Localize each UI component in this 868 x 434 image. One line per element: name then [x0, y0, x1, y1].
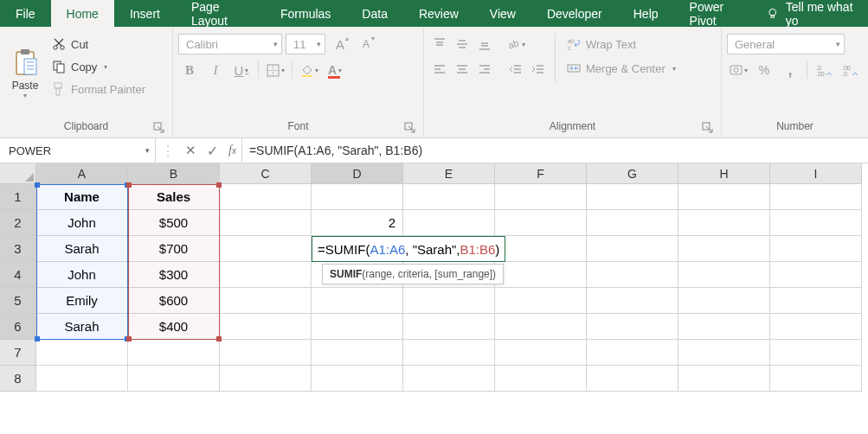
- cell[interactable]: [312, 340, 403, 366]
- cell[interactable]: [312, 184, 403, 210]
- col-header-a[interactable]: A: [36, 163, 128, 184]
- cell[interactable]: [220, 262, 312, 288]
- cell[interactable]: [770, 236, 862, 262]
- bold-button[interactable]: B: [178, 60, 201, 80]
- cell[interactable]: [770, 210, 862, 236]
- cell[interactable]: [770, 262, 862, 288]
- cell[interactable]: [220, 314, 312, 340]
- row-header-3[interactable]: 3: [0, 236, 36, 262]
- cell[interactable]: [587, 288, 678, 314]
- active-cell-editor[interactable]: =SUMIF(A1:A6, "Sarah", B1:B6): [312, 236, 505, 262]
- percent-button[interactable]: %: [753, 60, 775, 80]
- number-format-dropdown[interactable]: General▾: [727, 34, 845, 54]
- cancel-formula-button[interactable]: ✕: [185, 143, 196, 158]
- tab-insert[interactable]: Insert: [114, 0, 176, 27]
- cell[interactable]: [495, 262, 587, 288]
- cell[interactable]: $300: [128, 262, 220, 288]
- italic-button[interactable]: I: [204, 60, 227, 80]
- row-header-2[interactable]: 2: [0, 210, 36, 236]
- merge-center-button[interactable]: Merge & Center ▾: [567, 58, 681, 79]
- cell[interactable]: [312, 366, 403, 392]
- cell[interactable]: [220, 288, 312, 314]
- cell[interactable]: [678, 288, 770, 314]
- tab-data[interactable]: Data: [346, 0, 403, 27]
- cell[interactable]: [495, 366, 587, 392]
- font-name-dropdown[interactable]: Calibri▾: [178, 34, 282, 54]
- tell-me-search[interactable]: Tell me what yo: [760, 0, 868, 27]
- select-all-corner[interactable]: [0, 163, 36, 184]
- cell[interactable]: [587, 210, 678, 236]
- cell[interactable]: [220, 184, 312, 210]
- dialog-launcher-icon[interactable]: [153, 122, 165, 134]
- row-header-5[interactable]: 5: [0, 288, 36, 314]
- underline-button[interactable]: U▾: [230, 60, 253, 80]
- col-header-c[interactable]: C: [220, 163, 312, 184]
- cell[interactable]: [587, 184, 678, 210]
- col-header-i[interactable]: I: [770, 163, 862, 184]
- cell[interactable]: [220, 340, 312, 366]
- cell[interactable]: Sarah: [36, 236, 128, 262]
- cell[interactable]: 2: [312, 210, 403, 236]
- cell[interactable]: [128, 340, 220, 366]
- tab-page-layout[interactable]: Page Layout: [176, 0, 265, 27]
- cell[interactable]: $600: [128, 288, 220, 314]
- col-header-b[interactable]: B: [128, 163, 220, 184]
- cell[interactable]: [678, 340, 770, 366]
- cell[interactable]: Name: [36, 184, 128, 210]
- align-center-button[interactable]: [452, 60, 473, 80]
- accounting-format-button[interactable]: ▾: [727, 60, 749, 80]
- cell[interactable]: [770, 184, 862, 210]
- align-left-button[interactable]: [429, 60, 450, 80]
- row-header-1[interactable]: 1: [0, 184, 36, 210]
- row-header-7[interactable]: 7: [0, 340, 36, 366]
- col-header-g[interactable]: G: [587, 163, 678, 184]
- grow-font-button[interactable]: A▴: [329, 34, 351, 54]
- cell[interactable]: [770, 340, 862, 366]
- cell[interactable]: [495, 184, 587, 210]
- cell[interactable]: [587, 262, 678, 288]
- fill-color-button[interactable]: ▾: [298, 60, 320, 80]
- tab-power-pivot[interactable]: Power Pivot: [674, 0, 761, 27]
- cell[interactable]: [770, 366, 862, 392]
- cell[interactable]: [403, 340, 495, 366]
- cell[interactable]: Sales: [128, 184, 220, 210]
- cell[interactable]: $400: [128, 314, 220, 340]
- cell[interactable]: [312, 314, 403, 340]
- cell[interactable]: [220, 210, 312, 236]
- cell[interactable]: $700: [128, 236, 220, 262]
- tab-view[interactable]: View: [474, 0, 531, 27]
- tab-home[interactable]: Home: [51, 0, 114, 27]
- row-header-8[interactable]: 8: [0, 366, 36, 392]
- cell[interactable]: [220, 236, 312, 262]
- cell[interactable]: [678, 262, 770, 288]
- cell[interactable]: [678, 210, 770, 236]
- cell[interactable]: $500: [128, 210, 220, 236]
- cell[interactable]: [495, 288, 587, 314]
- align-right-button[interactable]: [474, 60, 495, 80]
- cell[interactable]: [220, 366, 312, 392]
- name-box[interactable]: POWER ▾: [0, 138, 156, 163]
- tab-formulas[interactable]: Formulas: [265, 0, 346, 27]
- increase-indent-button[interactable]: [528, 60, 549, 80]
- format-painter-button[interactable]: Format Painter: [48, 79, 149, 99]
- enter-formula-button[interactable]: ✓: [207, 143, 218, 159]
- cell[interactable]: [495, 210, 587, 236]
- cell[interactable]: [495, 314, 587, 340]
- increase-decimal-button[interactable]: .0.00: [813, 60, 835, 80]
- cell[interactable]: [403, 184, 495, 210]
- cell[interactable]: [587, 236, 678, 262]
- cell[interactable]: [678, 184, 770, 210]
- cell[interactable]: [495, 340, 587, 366]
- cell[interactable]: [36, 340, 128, 366]
- font-size-dropdown[interactable]: 11▾: [286, 34, 325, 54]
- formula-bar-input[interactable]: =SUMIF(A1:A6, "Sarah", B1:B6): [242, 138, 868, 163]
- comma-button[interactable]: ,: [779, 60, 801, 80]
- cell[interactable]: [495, 236, 587, 262]
- shrink-font-button[interactable]: A▾: [355, 34, 377, 54]
- cell[interactable]: [36, 366, 128, 392]
- cell[interactable]: [403, 366, 495, 392]
- col-header-h[interactable]: H: [678, 163, 770, 184]
- cell[interactable]: [770, 288, 862, 314]
- decrease-decimal-button[interactable]: .00.0: [839, 60, 861, 80]
- cell[interactable]: [403, 210, 495, 236]
